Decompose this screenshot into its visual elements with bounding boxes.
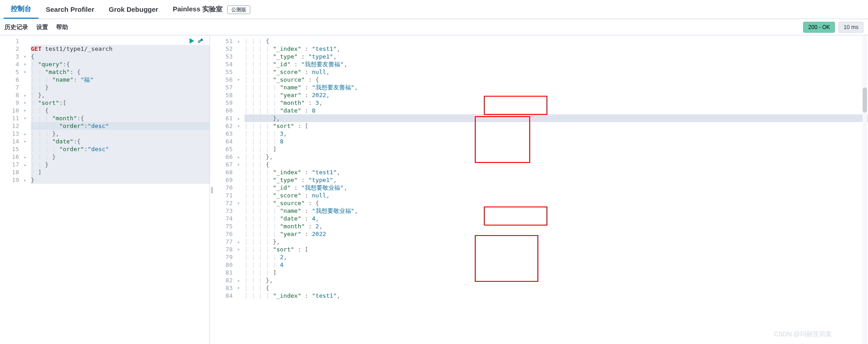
response-fold-gutter: ▴▾▴▾▴▾▾▴▾▴▾ <box>237 35 244 300</box>
toolbar-left: 历史记录 设置 帮助 <box>5 23 68 31</box>
request-pane: 12345678910111213141516171819 ▾▾▾▴▾▾▾▴▾▴… <box>0 35 210 344</box>
status-badge: 200 - OK <box>803 22 835 33</box>
request-fold-gutter: ▾▾▾▴▾▾▾▴▾▴▴▴ <box>24 35 30 184</box>
tab-painless-label: Painless 实验室 <box>173 5 223 13</box>
response-pane: 5152535455565758596061626364656667686970… <box>214 35 868 344</box>
tab-search-profiler[interactable]: Search Profiler <box>39 1 102 18</box>
editor-panes: 12345678910111213141516171819 ▾▾▾▴▾▾▾▴▾▴… <box>0 35 868 344</box>
wrench-icon[interactable] <box>197 37 204 46</box>
response-scrollbar[interactable] <box>863 35 867 344</box>
tab-console[interactable]: 控制台 <box>4 0 39 19</box>
request-gutter: 12345678910111213141516171819 <box>0 35 24 184</box>
response-viewer[interactable]: | | | {| | | | "_index" : "test1",| | | … <box>214 35 868 300</box>
scrollbar-thumb[interactable] <box>863 88 867 113</box>
dev-tools-tabs: 控制台 Search Profiler Grok Debugger Painle… <box>0 0 868 19</box>
console-toolbar: 历史记录 设置 帮助 200 - OK 10 ms <box>0 19 868 35</box>
beta-badge: 公测版 <box>227 5 250 14</box>
watermark: CSDN @玛丽莲茼蒿 <box>774 330 832 339</box>
settings-link[interactable]: 设置 <box>36 23 48 31</box>
request-editor[interactable]: GET test1/type1/_search{| "query":{| | "… <box>0 35 210 184</box>
tab-grok-debugger[interactable]: Grok Debugger <box>102 1 166 18</box>
help-link[interactable]: 帮助 <box>56 23 68 31</box>
toolbar-right: 200 - OK 10 ms <box>803 22 863 33</box>
response-gutter: 5152535455565758596061626364656667686970… <box>214 35 237 300</box>
tab-painless-lab[interactable]: Painless 实验室 公测版 <box>166 0 258 19</box>
play-icon[interactable] <box>188 37 195 46</box>
history-link[interactable]: 历史记录 <box>5 23 28 31</box>
response-time: 10 ms <box>839 22 863 33</box>
request-actions <box>188 37 204 46</box>
pane-divider[interactable]: ‖ <box>210 35 214 344</box>
